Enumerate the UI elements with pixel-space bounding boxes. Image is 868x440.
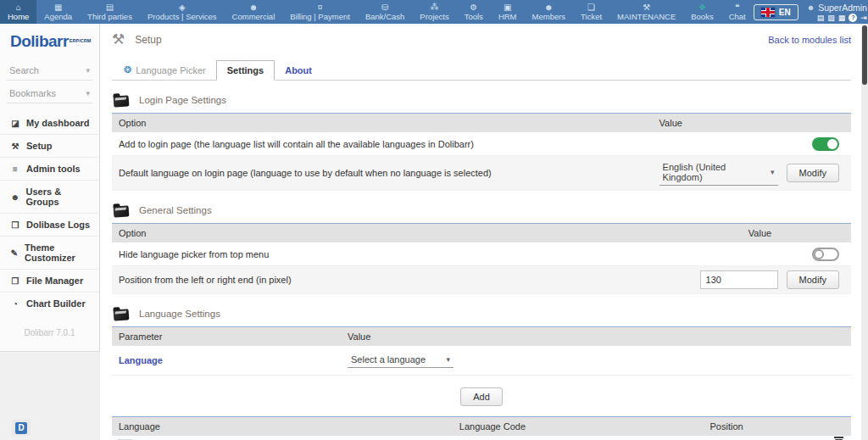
sidebar-item-label: Theme Customizer [25,242,94,263]
back-to-modules-link[interactable]: Back to modules list [768,35,851,45]
debugbar-button[interactable]: D [12,420,31,436]
modify-button[interactable]: Modify [787,164,839,182]
search-dropdown[interactable]: Search ▾ [7,58,92,81]
nav-item-third-parties[interactable]: ▤Third parties [80,0,140,24]
commercial-icon: ☻ [249,3,259,12]
language-settings-section: Language Settings Parameter Value Langua… [112,307,851,406]
default-language-select[interactable]: English (United Kingdom) ▾ [659,160,778,186]
option-label: Hide language picker from top menu [112,242,669,266]
sidebar-item-file-manager[interactable]: ❒File Manager [0,270,99,292]
file-manager-icon: ❒ [10,276,20,286]
column-header-option: Option [112,224,669,243]
nav-label: HRM [498,12,517,21]
user-menu[interactable]: ☻ SuperAdmin [807,3,867,13]
top-menu-bar: ⌂Home ▦Agenda ▤Third parties ◈Products |… [0,0,868,24]
dolibarr-logo[interactable]: DolibarrERP/CRM [0,24,99,58]
user-icon: ☻ [807,3,815,12]
nav-item-commercial[interactable]: ☻Commercial [225,0,283,24]
column-header-language: Language [112,417,453,437]
table-row: Hide language picker from top menu [112,242,851,266]
language-selector-badge[interactable]: EN [754,4,798,20]
table-row: Position from the left or right end (in … [112,266,851,294]
topbar-right: EN ☻ SuperAdmin ▤ ▨ ▦ ? ⇥ [754,0,868,24]
scrollbar-thumb[interactable] [862,25,867,85]
nav-label: MAINTENANCE [617,12,676,21]
position-input[interactable] [700,270,778,289]
chevron-down-icon: ▾ [446,355,450,364]
sidebar-item-theme-customizer[interactable]: ✎Theme Customizer [0,237,99,270]
help-icon[interactable]: ? [849,14,857,22]
tools-icon: ⚙ [470,3,477,12]
modify-button[interactable]: Modify [787,270,839,289]
agenda-icon: ▦ [54,3,62,12]
user-block: ☻ SuperAdmin ▤ ▨ ▦ ? ⇥ [807,3,867,22]
sidebar-item-chart-builder[interactable]: ◔Chart Builder [0,292,99,315]
bookmarks-dropdown[interactable]: Bookmarks ▾ [7,81,92,103]
sidebar-item-dolibase-logs[interactable]: ❐Dolibase Logs [0,214,99,237]
section-title: Login Page Settings [139,95,226,105]
user-name: SuperAdmin [818,3,867,13]
language-picker-icon: ❂ [124,64,131,75]
tab-language-picker[interactable]: ❂ Language Picker [114,60,216,80]
section-title: Language Settings [139,309,220,319]
chevron-down-icon: ▾ [86,66,90,75]
sidebar-item-label: Setup [26,141,53,151]
nav-label: Chat [729,12,746,21]
nav-item-chat[interactable]: ❝Chat [721,0,754,24]
logout-icon[interactable]: ⇥ [860,14,867,22]
nav-label: Commercial [232,12,275,21]
tab-settings[interactable]: Settings [216,60,275,81]
sidebar-item-label: Dolibase Logs [26,220,90,230]
column-header-value: Value [669,224,851,243]
add-button[interactable]: Add [460,387,503,406]
section-title: General Settings [139,205,212,215]
uk-flag-icon [761,8,775,17]
tab-label: Language Picker [136,65,206,75]
nav-item-ticket[interactable]: ❏Ticket [573,0,609,24]
sidebar-item-my-dashboard[interactable]: ◪My dashboard [0,112,99,135]
tab-bar: ❂ Language Picker Settings About [112,60,851,81]
table-row: Add to login page (the language list wil… [112,132,851,156]
note-icon[interactable]: ▤ [817,14,825,22]
nav-item-agenda[interactable]: ▦Agenda [36,0,80,24]
nav-item-projects[interactable]: ⁂Projects [412,0,456,24]
sidebar-item-admin-tools[interactable]: ≡Admin tools [0,158,99,181]
nav-item-hrm[interactable]: ▣HRM [491,0,525,24]
box-icon[interactable]: ▨ [827,14,835,22]
nav-item-members[interactable]: ☻Members [525,0,574,24]
quick-icons: ▤ ▨ ▦ ? ⇥ [817,14,867,22]
nav-item-maintenance[interactable]: ⚒MAINTENANCE [609,0,683,24]
nav-item-bank-cash[interactable]: ⛁Bank/Cash [358,0,412,24]
tab-about[interactable]: About [275,61,322,80]
selected-value: English (United Kingdom) [663,162,762,182]
folder-icon [114,205,130,217]
sidebar-item-setup[interactable]: ⚒Setup [0,135,99,158]
column-header-value: Value [341,327,851,347]
add-to-login-toggle[interactable] [812,137,839,151]
login-page-settings-section: Login Page Settings Option Value Add to … [112,93,851,191]
maintenance-icon: ⚒ [643,3,650,12]
nav-item-products-services[interactable]: ◈Products | Services [140,0,225,24]
chevron-down-icon: ▾ [771,168,775,176]
search-label: Search [9,65,39,75]
chat-icon: ❝ [735,3,739,12]
nav-label: Products | Services [147,12,217,21]
nav-label: Home [8,12,29,21]
nav-label: Third parties [87,12,132,21]
sidebar-item-label: Admin tools [26,164,81,174]
main-content: ⚒ Setup Back to modules list ❂ Language … [100,24,861,440]
nav-item-billing-payment[interactable]: ¤Billing | Payment [282,0,358,24]
nav-item-books[interactable]: ❖Books [683,0,721,24]
column-header-value: Value [653,114,851,133]
vertical-scrollbar[interactable] [861,24,868,440]
chevron-down-icon: ▾ [86,89,90,97]
print-icon[interactable]: ▦ [838,14,846,22]
sidebar-item-users-groups[interactable]: ☻Users & Groups [0,181,99,214]
chart-builder-icon: ◔ [10,299,20,309]
nav-item-home[interactable]: ⌂Home [0,0,36,24]
column-header-parameter: Parameter [112,327,341,347]
third-parties-icon: ▤ [106,3,114,12]
language-select[interactable]: Select a language ▾ [348,353,453,368]
nav-item-tools[interactable]: ⚙Tools [457,0,491,24]
hide-picker-toggle[interactable] [812,248,839,261]
